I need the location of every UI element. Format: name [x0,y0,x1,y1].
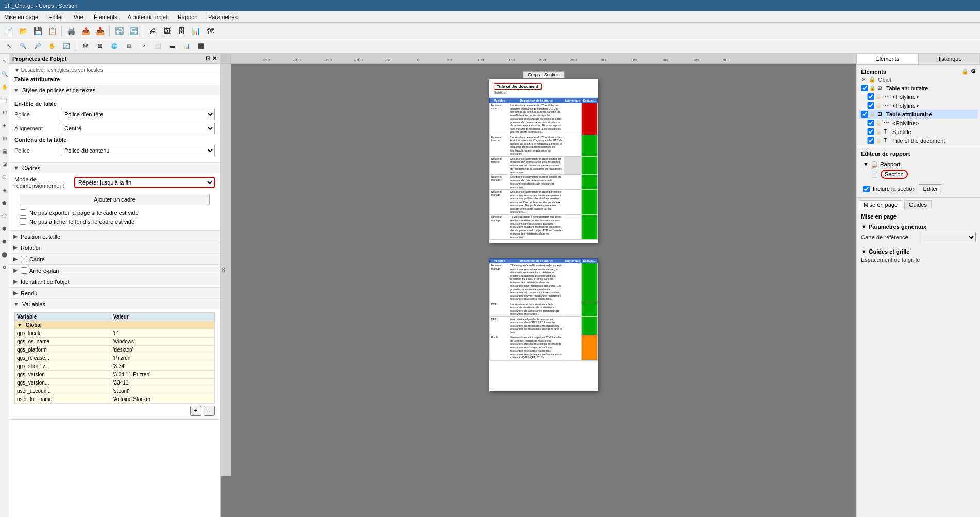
add-map-tool[interactable]: 🗺 [79,40,92,53]
pan-tool[interactable]: ✋ [45,40,59,53]
var-row-7[interactable]: user_accoun...'stoant' [15,387,215,395]
zoom-out-tool[interactable]: 🔎 [31,40,44,53]
elements-filter-icon[interactable]: 🔒 [961,68,969,75]
var-row-0[interactable]: qgs_locale'fr' [15,329,215,338]
var-row-4[interactable]: qgs_short_v...'3.34' [15,362,215,371]
tab-elements[interactable]: Éléments [857,54,919,64]
include-checkbox[interactable] [863,186,870,192]
add-chart-tool[interactable]: 📊 [180,40,193,53]
elem-check-1[interactable] [861,85,868,91]
tool-add3[interactable]: ▣ [1,145,9,157]
import-button[interactable]: 📥 [93,24,107,38]
rapport-row[interactable]: ▼ 📋 Rapport [861,160,976,169]
add-arrow-tool[interactable]: ↗ [137,40,150,53]
cadre-checkbox[interactable] [21,256,27,262]
save-as-button[interactable]: 📋 [45,24,59,38]
save-button[interactable]: 💾 [31,24,44,38]
page2[interactable]: Modules Description de la charge Numériq… [489,258,598,391]
props-close-icon[interactable]: ✕ [212,55,217,62]
add-table-tool[interactable]: ⊞ [122,40,136,53]
tab-guides[interactable]: Guides [904,200,932,209]
element-table-attr-2[interactable]: 🔒 ⊞ Table attributaire [859,110,978,119]
var-row-3[interactable]: qgs_release...'Prizren' [15,354,215,362]
tool-add10[interactable]: ⬣ [1,235,9,247]
police-content-select[interactable]: Police du contenu [61,145,215,156]
tool-node[interactable]: ⊡ [1,106,9,119]
elem-check-4[interactable] [861,111,868,118]
atlas-button[interactable]: 🗺 [204,24,217,38]
styles-header[interactable]: ▼ Styles de polices et de textes [9,85,220,95]
arriere-plan-header[interactable]: ▶ Arrière-plan [9,265,220,276]
tool-add8[interactable]: ⬠ [1,209,9,222]
element-table-attr-1[interactable]: 🔒 ⊞ Table attributaire [859,84,978,92]
rendu-header[interactable]: ▶ Rendu [9,288,220,298]
tool-zoom[interactable]: 🔍 [1,68,9,80]
var-row-6[interactable]: qgs_version...'33411' [15,379,215,387]
elements-settings-icon[interactable]: ⚙ [971,68,976,75]
tool-add7[interactable]: ⬟ [1,196,9,209]
element-polyline-3[interactable]: 🔒 〰 <Polyline> [859,119,978,127]
variables-header[interactable]: ▼ Variables [9,299,220,309]
menu-vue[interactable]: Vue [72,13,86,21]
tool-arrow[interactable]: ↖ [1,55,9,67]
var-row-2[interactable]: qgs_platform'desktop' [15,346,215,354]
elem-check-7[interactable] [867,137,874,144]
var-row-8[interactable]: user_full_name'Antoine Stocker' [15,395,215,404]
checkbox1[interactable] [20,209,26,216]
export-button[interactable]: 📤 [79,24,92,38]
elem-check-2[interactable] [867,93,874,100]
cadre-header[interactable]: ▶ Cadre [9,254,220,264]
var-remove-button[interactable]: - [204,406,215,416]
canvas-area[interactable]: -250 -200 -150 -100 -50 0 50 100 150 200… [221,54,856,517]
elem-check-3[interactable] [867,102,874,109]
select-tool[interactable]: ↖ [2,40,15,53]
section-row[interactable]: 📄 Section [861,169,976,180]
export4-button[interactable]: 📊 [189,24,202,38]
tool-pan[interactable]: ✋ [1,80,9,93]
zoom-in-tool[interactable]: 🔍 [16,40,30,53]
cadre-mode-select[interactable]: Répéter jusqu'à la fin [74,177,215,188]
element-polyline-1[interactable]: 🔒 〰 <Polyline> [859,92,978,101]
tool-add1[interactable]: + [1,119,9,131]
menu-ajouter-objet[interactable]: Ajouter un objet [126,13,170,21]
refresh-tool[interactable]: 🔄 [60,40,73,53]
tool-select[interactable]: ⬚ [1,93,9,106]
element-subtitle[interactable]: 🔒 T Subtitle [859,127,978,136]
tab-historique[interactable]: Historique [919,54,981,64]
menu-rapport[interactable]: Rapport [176,13,200,21]
police-select[interactable]: Police d'en-tête [61,109,215,120]
elem-check-5[interactable] [867,120,874,126]
export2-button[interactable]: 🖼 [160,24,174,38]
open-button[interactable]: 📂 [16,24,30,38]
var-row-5[interactable]: qgs_version'3.34.11-Prizren' [15,371,215,379]
canvas-main[interactable]: Corps : Section Title of the document Su… [231,64,856,476]
position-header[interactable]: ▶ Position et taille [9,231,220,242]
undo-button[interactable]: ↩️ [112,24,126,38]
identifiant-header[interactable]: ▶ Identifiant de l'objet [9,276,220,287]
props-detach-icon[interactable]: ⊡ [206,55,210,62]
element-polyline-2[interactable]: 🔒 〰 <Polyline> [859,101,978,110]
new-button[interactable]: 📄 [2,24,15,38]
add-more-tool[interactable]: ⬛ [194,40,208,53]
tool-add4[interactable]: ◪ [1,158,9,170]
tab-mise-en-page[interactable]: Mise en page [859,200,902,209]
element-title[interactable]: 🔒 T Title of the document [859,136,978,145]
menu-parametres[interactable]: Paramètres [206,13,240,21]
var-add-button[interactable]: + [190,406,201,416]
tool-add2[interactable]: ⊞ [1,132,9,144]
page1[interactable]: Title of the document Subtitle Modules [489,79,598,243]
cadres-header[interactable]: ▼ Cadres [9,163,220,173]
menu-elements[interactable]: Éléments [92,13,120,21]
elem-check-6[interactable] [867,128,874,135]
redo-button[interactable]: ↪️ [127,24,140,38]
carte-ref-select[interactable] [923,232,976,242]
tool-add11[interactable]: ⬤ [1,248,9,260]
add-cadre-button[interactable]: Ajouter un cadre [20,194,210,205]
var-row-1[interactable]: qgs_os_name'windows' [15,338,215,346]
print-button[interactable]: 🖨️ [64,24,78,38]
add-html-tool[interactable]: 🌐 [108,40,121,53]
arriere-plan-checkbox[interactable] [21,267,27,274]
tool-add12[interactable]: ⭘ [1,261,9,273]
edit-button[interactable]: Éditer [919,184,943,193]
tool-add6[interactable]: ◈ [1,184,9,196]
